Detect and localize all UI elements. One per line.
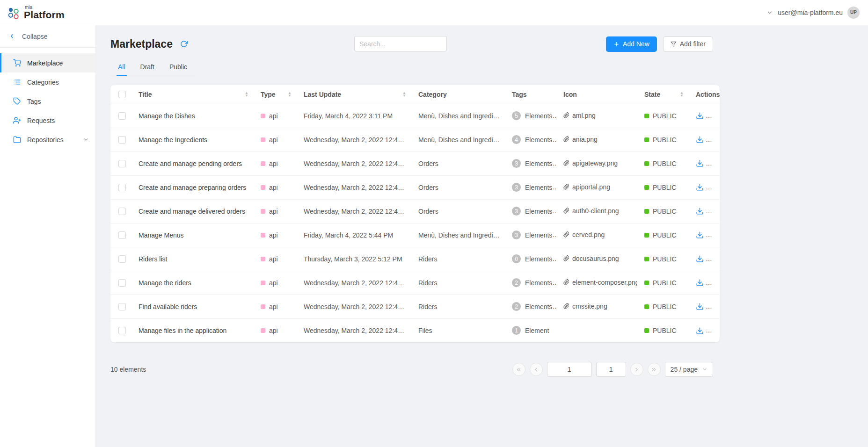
last-page-button[interactable] <box>648 363 661 376</box>
table-row[interactable]: Create and manage delivered orders api W… <box>110 199 720 223</box>
trash-icon <box>715 207 720 215</box>
user-account-menu[interactable]: user@mia-platform.eu UP <box>766 7 860 19</box>
refresh-button[interactable] <box>180 40 188 48</box>
row-checkbox[interactable] <box>118 303 126 310</box>
sidebar-item-tags[interactable]: Tags <box>0 92 95 111</box>
delete-button[interactable] <box>715 207 720 215</box>
shopping-cart-icon <box>13 59 21 67</box>
sort-icon[interactable]: ▲▼ <box>245 92 248 97</box>
download-icon <box>696 183 704 191</box>
add-new-button[interactable]: Add New <box>606 36 657 52</box>
download-button[interactable] <box>696 279 704 287</box>
search-input[interactable] <box>359 40 444 48</box>
column-header-type[interactable]: Type ▲▼ <box>253 85 296 104</box>
next-page-button[interactable] <box>630 363 643 376</box>
column-header-title[interactable]: Title ▲▼ <box>131 85 253 104</box>
table-row[interactable]: Find available riders api Wednesday, Mar… <box>110 295 720 318</box>
tab-draft[interactable]: Draft <box>133 58 162 76</box>
download-icon <box>696 207 704 215</box>
row-title: Manage the riders <box>131 271 253 295</box>
delete-button[interactable] <box>715 231 720 239</box>
table-row[interactable]: Manage files in the application api Wedn… <box>110 318 720 342</box>
delete-button[interactable] <box>715 112 720 120</box>
folder-icon <box>13 136 21 144</box>
delete-button[interactable] <box>715 136 720 144</box>
row-last-update: Wednesday, March 2, 2022 12:43 PM <box>296 295 411 318</box>
download-button[interactable] <box>696 231 704 239</box>
row-category: Orders <box>411 199 504 223</box>
row-checkbox[interactable] <box>118 184 126 191</box>
chevron-left-icon <box>533 367 539 373</box>
delete-button[interactable] <box>715 183 720 191</box>
table-row[interactable]: Manage the Dishes api Friday, March 4, 2… <box>110 104 720 128</box>
select-all-checkbox[interactable] <box>118 91 126 98</box>
row-checkbox[interactable] <box>118 208 126 215</box>
delete-button[interactable] <box>715 279 720 287</box>
download-button[interactable] <box>696 112 704 120</box>
row-checkbox[interactable] <box>118 279 126 287</box>
delete-button[interactable] <box>715 303 720 310</box>
row-icon-cell: cerved.png <box>556 223 637 247</box>
sidebar-collapse-button[interactable]: Collapse <box>0 25 95 48</box>
row-checkbox[interactable] <box>118 160 126 167</box>
state-color-square <box>644 209 649 214</box>
delete-button[interactable] <box>715 327 720 335</box>
sidebar-item-requests[interactable]: Requests <box>0 111 95 130</box>
row-tags-cell: 5Elements <box>504 104 556 128</box>
tags-count-badge: 3 <box>512 183 521 192</box>
delete-button[interactable] <box>715 255 720 263</box>
row-state-cell: PUBLIC <box>637 271 688 295</box>
download-button[interactable] <box>696 207 704 215</box>
first-page-button[interactable] <box>512 363 525 376</box>
prev-page-button[interactable] <box>530 363 543 376</box>
sort-icon[interactable]: ▲▼ <box>402 92 406 97</box>
marketplace-table-card: Title ▲▼ Type ▲▼ Last Update ▲▼ <box>110 85 720 342</box>
tags-label: Elements <box>525 208 552 215</box>
row-checkbox[interactable] <box>118 327 126 334</box>
row-checkbox[interactable] <box>118 255 126 263</box>
download-button[interactable] <box>696 183 704 191</box>
sidebar-item-marketplace[interactable]: Marketplace <box>0 53 95 72</box>
download-button[interactable] <box>696 159 704 167</box>
tab-public[interactable]: Public <box>162 58 195 76</box>
sidebar-item-repositories[interactable]: Repositories <box>0 130 95 149</box>
sidebar-item-label: Repositories <box>27 136 64 144</box>
page-size-select[interactable]: 25 / page <box>665 362 713 377</box>
column-header-state[interactable]: State ▲▼ <box>637 85 688 104</box>
row-checkbox[interactable] <box>118 112 126 120</box>
download-button[interactable] <box>696 136 704 144</box>
download-button[interactable] <box>696 303 704 310</box>
table-row[interactable]: Riders list api Thursday, March 3, 2022 … <box>110 247 720 271</box>
column-header-last-update[interactable]: Last Update ▲▼ <box>296 85 411 104</box>
row-type-cell: api <box>253 271 296 295</box>
state-color-square <box>644 257 649 261</box>
add-filter-button[interactable]: Add filter <box>663 36 713 52</box>
table-row[interactable]: Manage Menus api Friday, March 4, 2022 5… <box>110 223 720 247</box>
table-row[interactable]: Create and manage pending orders api Wed… <box>110 151 720 175</box>
row-checkbox[interactable] <box>118 136 126 144</box>
state-color-square <box>644 114 649 118</box>
row-tags-cell: 2Elements <box>504 271 556 295</box>
download-button[interactable] <box>696 327 704 335</box>
add-filter-label: Add filter <box>680 40 706 48</box>
row-last-update: Thursday, March 3, 2022 5:12 PM <box>296 247 411 271</box>
sidebar-item-categories[interactable]: Categories <box>0 72 95 92</box>
row-checkbox[interactable] <box>118 231 126 239</box>
sidebar-item-label: Tags <box>27 98 41 105</box>
row-type-cell: api <box>253 318 296 342</box>
sort-icon[interactable]: ▲▼ <box>680 92 684 97</box>
table-row[interactable]: Create and manage preparing orders api W… <box>110 175 720 199</box>
current-page-input[interactable]: 1 <box>547 362 592 377</box>
tab-all[interactable]: All <box>110 58 133 76</box>
trash-icon <box>715 327 720 335</box>
download-button[interactable] <box>696 255 704 263</box>
row-state-cell: PUBLIC <box>637 295 688 318</box>
column-header-icon: Icon <box>556 85 637 104</box>
delete-button[interactable] <box>715 159 720 167</box>
table-row[interactable]: Manage the riders api Wednesday, March 2… <box>110 271 720 295</box>
row-last-update: Wednesday, March 2, 2022 12:42 PM <box>296 175 411 199</box>
collapse-label: Collapse <box>22 33 47 40</box>
table-row[interactable]: Manage the Ingredients api Wednesday, Ma… <box>110 128 720 151</box>
sort-icon[interactable]: ▲▼ <box>288 92 292 97</box>
row-title: Find available riders <box>131 295 253 318</box>
